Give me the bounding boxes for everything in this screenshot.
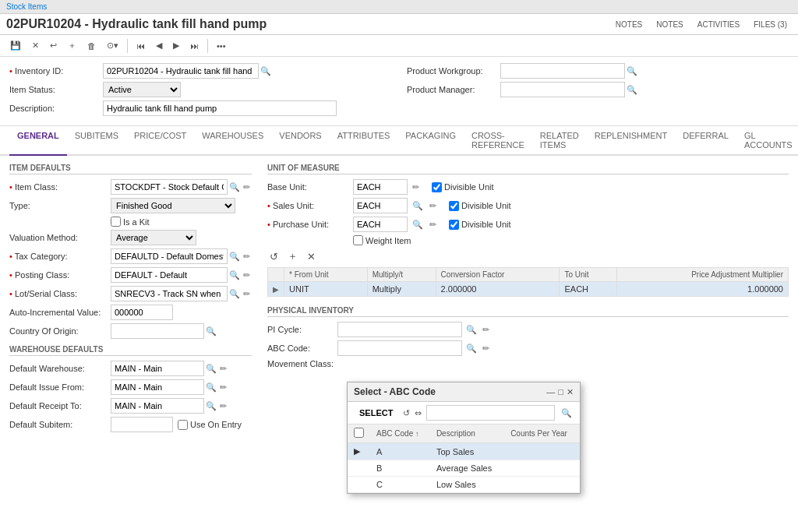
product-workgroup-search[interactable]: 🔍 (625, 66, 639, 76)
tab-attributes[interactable]: ATTRIBUTES (330, 126, 398, 156)
abc-code-c[interactable]: C (370, 477, 430, 493)
purchase-unit-search[interactable]: 🔍 (411, 220, 425, 230)
posting-class-input[interactable]: DEFAULT - Default (111, 267, 228, 283)
modal-refresh-btn[interactable]: ↺ (403, 408, 410, 418)
col-to-unit[interactable]: To Unit (560, 268, 617, 282)
iskit-checkbox-label[interactable]: Is a Kit (111, 217, 150, 227)
col-description[interactable]: Description (430, 425, 504, 443)
tax-category-search[interactable]: 🔍 (228, 252, 242, 262)
country-of-origin-input[interactable] (111, 323, 204, 339)
tab-replenishment[interactable]: REPLENISHMENT (587, 126, 676, 156)
use-on-entry-checkbox[interactable] (178, 420, 188, 430)
use-on-entry-label[interactable]: Use On Entry (178, 420, 242, 430)
col-multiply[interactable]: Multiply/t (367, 268, 436, 282)
sales-unit-edit[interactable]: ✏ (428, 201, 438, 211)
table-row[interactable]: ▶ UNIT Multiply 2.000000 EACH 1.000000 (268, 282, 789, 297)
description-a[interactable]: Top Sales (430, 443, 504, 460)
tab-deferral[interactable]: DEFERRAL (675, 126, 736, 156)
modal-row-a[interactable]: ▶ A Top Sales (348, 443, 580, 460)
first-button[interactable]: ⏮ (132, 39, 149, 53)
divisible-unit-checkbox-sales[interactable] (449, 201, 459, 211)
pi-cycle-input[interactable] (337, 322, 462, 337)
description-input[interactable]: Hydraulic tank fill hand pump (103, 100, 337, 116)
modal-restore-btn[interactable]: □ (558, 387, 563, 397)
col-price-adj[interactable]: Price Adjustment Multiplier (617, 268, 789, 282)
pi-cycle-edit[interactable]: ✏ (481, 325, 491, 335)
prev-button[interactable]: ◀ (152, 38, 166, 53)
last-button[interactable]: ⏭ (186, 39, 203, 53)
item-class-input[interactable]: STOCKDFT - Stock Default Class (111, 179, 228, 195)
uom-delete-btn[interactable]: ✕ (305, 250, 318, 263)
cell-to-unit[interactable]: EACH (560, 282, 617, 297)
country-of-origin-search[interactable]: 🔍 (204, 326, 218, 336)
notes-button[interactable]: NOTES (651, 19, 687, 30)
weight-item-label[interactable]: Weight Item (353, 235, 411, 245)
tab-general[interactable]: GENERAL (9, 126, 67, 156)
cell-multiply[interactable]: Multiply (367, 282, 436, 297)
default-subitem-input[interactable] (111, 417, 173, 432)
type-select[interactable]: Finished Good (111, 198, 235, 213)
breadcrumb-text[interactable]: Stock Items (6, 2, 47, 11)
divisible-unit-label-sales[interactable]: Divisible Unit (449, 201, 511, 211)
base-unit-input[interactable]: EACH (353, 179, 408, 195)
lot-serial-search[interactable]: 🔍 (228, 289, 242, 299)
modal-row-b[interactable]: B Average Sales (348, 460, 580, 477)
modal-search-btn[interactable]: 🔍 (560, 408, 574, 418)
weight-item-checkbox[interactable] (353, 235, 363, 245)
product-manager-input[interactable] (500, 82, 625, 97)
tax-category-input[interactable]: DEFAULTD - Default Domestic - Attrac (111, 248, 228, 264)
cancel-button[interactable]: ✕ (28, 38, 43, 53)
default-warehouse-edit[interactable]: ✏ (218, 364, 228, 374)
abc-code-search[interactable]: 🔍 (464, 344, 478, 354)
abc-code-a[interactable]: A (370, 443, 430, 460)
tab-related-items[interactable]: RELATED ITEMS (532, 126, 587, 156)
col-abc-code[interactable]: ABC Code ↑ (370, 425, 430, 443)
abc-code-edit[interactable]: ✏ (481, 344, 491, 354)
notes-button[interactable]: NOTES (611, 19, 647, 30)
description-b[interactable]: Average Sales (430, 460, 504, 477)
lot-serial-class-input[interactable]: SNRECV3 - Track SN when received (111, 286, 228, 301)
modal-row-c[interactable]: C Low Sales (348, 477, 580, 493)
tab-glacounts[interactable]: GL ACCOUNTS (736, 126, 798, 156)
auto-incremental-input[interactable]: 000000 (111, 305, 173, 320)
modal-minimize-btn[interactable]: — (546, 387, 555, 397)
add-button[interactable]: ＋ (64, 37, 80, 54)
default-warehouse-search[interactable]: 🔍 (204, 364, 218, 374)
product-workgroup-input[interactable] (500, 63, 625, 79)
col-counts-per-year[interactable]: Counts Per Year (504, 425, 580, 443)
iskit-checkbox[interactable] (111, 217, 121, 227)
tab-cross-reference[interactable]: CROSS-REFERENCE (464, 126, 532, 156)
item-class-search[interactable]: 🔍 (228, 182, 242, 192)
lot-serial-edit[interactable]: ✏ (242, 289, 252, 299)
activities-button[interactable]: ACTIVITIES (693, 19, 744, 30)
cell-from-unit[interactable]: UNIT (284, 282, 368, 297)
cell-price-adj[interactable]: 1.000000 (617, 282, 789, 297)
posting-class-search[interactable]: 🔍 (228, 270, 242, 280)
save-button[interactable]: 💾 (6, 38, 25, 53)
modal-select-button[interactable]: SELECT (354, 406, 398, 420)
delete-button[interactable]: 🗑 (83, 39, 100, 53)
col-from-unit[interactable]: * From Unit (284, 268, 368, 282)
purchase-unit-input[interactable]: EACH (353, 217, 408, 232)
item-status-select[interactable]: Active (103, 82, 181, 97)
uom-refresh-btn[interactable]: ↺ (267, 250, 281, 263)
copy-button[interactable]: ⊙▾ (103, 38, 122, 53)
tax-category-edit[interactable]: ✏ (242, 252, 252, 262)
divisible-unit-checkbox-base[interactable] (432, 182, 442, 192)
pi-cycle-search[interactable]: 🔍 (464, 325, 478, 335)
abc-code-b[interactable]: B (370, 460, 430, 477)
description-c[interactable]: Low Sales (430, 477, 504, 493)
tab-pricecost[interactable]: PRICE/COST (126, 126, 194, 156)
purchase-unit-edit[interactable]: ✏ (428, 220, 438, 230)
sales-unit-search[interactable]: 🔍 (411, 201, 425, 211)
inventory-id-input[interactable]: 02PUR10204 - Hydraulic tank fill hand (103, 63, 259, 79)
item-class-edit[interactable]: ✏ (242, 182, 252, 192)
modal-close-btn[interactable]: ✕ (567, 387, 574, 397)
next-button[interactable]: ▶ (169, 38, 183, 53)
valuation-method-select[interactable]: Average (111, 230, 196, 245)
col-conversion-factor[interactable]: Conversion Factor (436, 268, 560, 282)
default-issue-from-input[interactable]: MAIN - Main (111, 379, 204, 395)
default-receipt-search[interactable]: 🔍 (204, 401, 218, 411)
files-button[interactable]: FILES (3) (749, 19, 792, 30)
modal-select-all[interactable] (354, 428, 364, 438)
